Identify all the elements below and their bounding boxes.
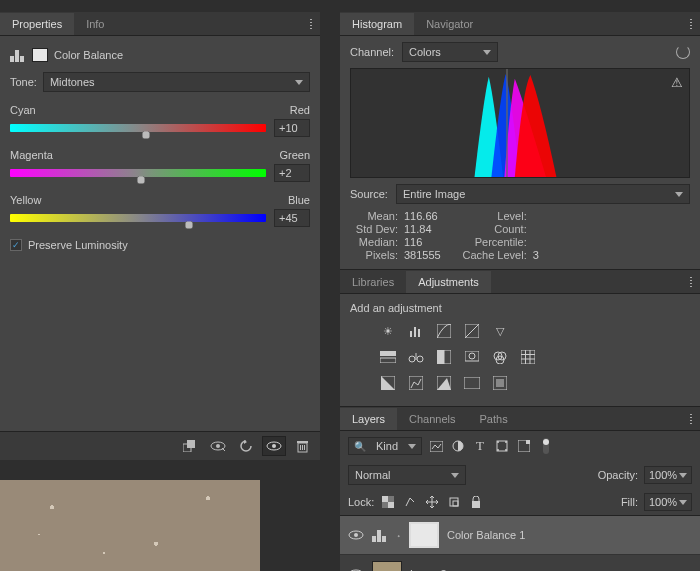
svg-rect-38 <box>464 377 480 389</box>
clip-to-layer-icon[interactable] <box>178 436 202 456</box>
chevron-down-icon <box>679 500 687 505</box>
mean-value: 116.66 <box>404 210 438 222</box>
svg-point-3 <box>216 444 220 448</box>
toggle-visibility-icon[interactable] <box>262 436 286 456</box>
svg-point-6 <box>272 444 276 448</box>
channel-label: Channel: <box>350 46 394 58</box>
threshold-icon[interactable] <box>434 374 454 392</box>
tab-layers[interactable]: Layers <box>340 408 397 430</box>
curves-icon[interactable] <box>434 322 454 340</box>
histogram-display[interactable]: ⚠ <box>350 68 690 178</box>
cyan-red-value[interactable]: +10 <box>274 119 310 137</box>
chevron-down-icon <box>295 80 303 85</box>
tab-info[interactable]: Info <box>74 13 116 35</box>
pixels-value: 381555 <box>404 249 441 261</box>
source-select[interactable]: Entire Image <box>396 184 690 204</box>
svg-rect-8 <box>297 441 308 443</box>
panel-menu-icon[interactable] <box>682 408 700 430</box>
fill-label: Fill: <box>621 496 638 508</box>
tone-select[interactable]: Midtones <box>43 72 310 92</box>
yellow-blue-slider[interactable] <box>10 214 266 222</box>
tab-paths[interactable]: Paths <box>468 408 520 430</box>
hue-sat-icon[interactable] <box>378 348 398 366</box>
filter-kind-select[interactable]: 🔍 Kind <box>348 437 422 455</box>
filter-shape-icon[interactable] <box>494 438 510 454</box>
levels-icon[interactable] <box>406 322 426 340</box>
refresh-icon[interactable] <box>676 45 690 59</box>
fill-value: 100% <box>649 496 677 508</box>
svg-rect-30 <box>521 350 535 364</box>
svg-rect-55 <box>388 496 394 502</box>
brightness-contrast-icon[interactable]: ☀ <box>378 322 398 340</box>
svg-rect-1 <box>187 440 195 448</box>
lock-image-icon[interactable] <box>402 494 418 510</box>
tab-navigator[interactable]: Navigator <box>414 13 485 35</box>
layer-thumb[interactable] <box>372 561 402 571</box>
svg-point-47 <box>497 449 499 451</box>
magenta-green-value[interactable]: +2 <box>274 164 310 182</box>
tab-properties[interactable]: Properties <box>0 13 74 35</box>
percentile-label: Percentile: <box>457 236 527 248</box>
tab-libraries[interactable]: Libraries <box>340 271 406 293</box>
visibility-toggle-icon[interactable] <box>348 566 364 571</box>
view-previous-icon[interactable] <box>206 436 230 456</box>
filter-type-icon[interactable]: T <box>472 438 488 454</box>
filter-toggle-icon[interactable] <box>538 438 554 454</box>
svg-rect-13 <box>410 331 412 337</box>
slider-right-label: Red <box>290 104 310 116</box>
stddev-label: Std Dev: <box>350 223 398 235</box>
chevron-down-icon <box>675 192 683 197</box>
filter-pixel-icon[interactable] <box>428 438 444 454</box>
cyan-red-slider[interactable] <box>10 124 266 132</box>
layer-row[interactable]: ⬩ Color Balance 1 <box>340 516 700 555</box>
tab-channels[interactable]: Channels <box>397 408 467 430</box>
visibility-toggle-icon[interactable] <box>348 527 364 543</box>
lock-position-icon[interactable] <box>424 494 440 510</box>
black-white-icon[interactable] <box>434 348 454 366</box>
photo-filter-icon[interactable] <box>462 348 482 366</box>
slider-right-label: Blue <box>288 194 310 206</box>
panel-menu-icon[interactable] <box>302 13 320 35</box>
trash-icon[interactable] <box>290 436 314 456</box>
posterize-icon[interactable] <box>406 374 426 392</box>
layer-row[interactable]: Layer 2 <box>340 555 700 571</box>
slider-right-label: Green <box>279 149 310 161</box>
filter-adjustment-icon[interactable] <box>450 438 466 454</box>
panel-menu-icon[interactable] <box>682 271 700 293</box>
reset-icon[interactable] <box>234 436 258 456</box>
channel-mixer-icon[interactable] <box>490 348 510 366</box>
vibrance-icon[interactable]: ▽ <box>490 322 510 340</box>
channel-select[interactable]: Colors <box>402 42 498 62</box>
svg-rect-19 <box>380 358 396 363</box>
blend-mode-select[interactable]: Normal <box>348 465 466 485</box>
layer-mask-thumb[interactable] <box>409 522 439 548</box>
mask-thumb[interactable] <box>32 48 48 62</box>
fill-input[interactable]: 100% <box>644 493 692 511</box>
layer-name[interactable]: Color Balance 1 <box>447 529 525 541</box>
svg-rect-23 <box>437 350 444 364</box>
adjustment-title: Color Balance <box>54 49 123 61</box>
color-balance-icon[interactable] <box>406 348 426 366</box>
color-lookup-icon[interactable] <box>518 348 538 366</box>
invert-icon[interactable] <box>378 374 398 392</box>
tab-adjustments[interactable]: Adjustments <box>406 271 491 293</box>
median-label: Median: <box>350 236 398 248</box>
magenta-green-slider[interactable] <box>10 169 266 177</box>
exposure-icon[interactable] <box>462 322 482 340</box>
canvas-preview[interactable] <box>0 480 260 571</box>
opacity-input[interactable]: 100% <box>644 466 692 484</box>
panel-menu-icon[interactable] <box>682 13 700 35</box>
svg-rect-60 <box>453 501 458 506</box>
lock-transparency-icon[interactable] <box>380 494 396 510</box>
filter-smart-icon[interactable] <box>516 438 532 454</box>
selective-color-icon[interactable] <box>490 374 510 392</box>
chevron-down-icon <box>483 50 491 55</box>
slider-left-label: Magenta <box>10 149 53 161</box>
gradient-map-icon[interactable] <box>462 374 482 392</box>
lock-artboard-icon[interactable] <box>446 494 462 510</box>
tab-histogram[interactable]: Histogram <box>340 13 414 35</box>
yellow-blue-value[interactable]: +45 <box>274 209 310 227</box>
lock-all-icon[interactable] <box>468 494 484 510</box>
preserve-luminosity-checkbox[interactable]: ✓ <box>10 239 22 251</box>
slider-left-label: Yellow <box>10 194 41 206</box>
